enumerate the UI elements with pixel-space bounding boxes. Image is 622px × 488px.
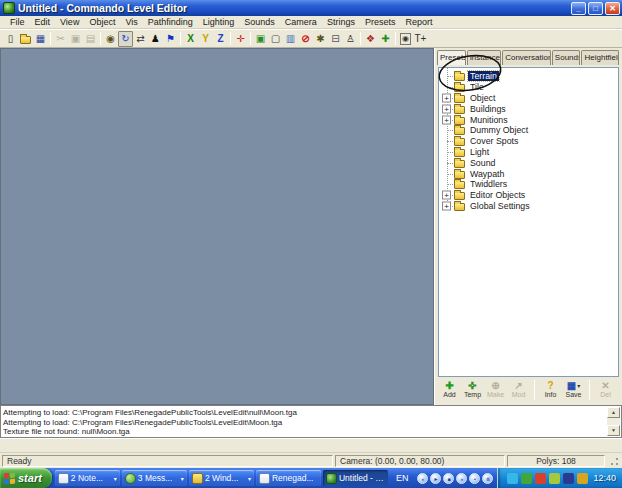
tree-item-tile[interactable]: Tile [439,82,618,93]
new-button[interactable]: ▯ [3,31,18,47]
media-button[interactable]: ► [430,473,441,484]
text-tool-button[interactable]: T+ [413,31,428,47]
level-viewport[interactable] [0,48,434,405]
temp-button[interactable]: ✜Temp [461,380,484,398]
character-button[interactable]: ♙ [343,31,358,47]
tree-item-object[interactable]: +Object [439,93,618,104]
axis-z-button[interactable]: Z [213,31,228,47]
save-button[interactable]: ▦▾Save [562,380,585,398]
media-button[interactable]: « [417,473,428,484]
save-button[interactable]: ▦ [33,31,48,47]
tree-item-waypath[interactable]: Waypath [439,168,618,179]
add-button[interactable]: ✚Add [438,380,461,398]
group-arrow-icon[interactable]: ▾ [114,475,117,482]
log-panel[interactable]: Attempting to load: C:\Program Files\Ren… [0,405,622,438]
expander-icon[interactable]: + [442,93,451,102]
tree-item-buildings[interactable]: +Buildings [439,103,618,114]
tree-item-terrain[interactable]: Terrain [439,71,618,82]
menu-item-report[interactable]: Report [400,17,437,27]
pin-tool-button[interactable]: ✛ [233,31,248,47]
taskbar-task-renegad[interactable]: Renegad... [256,470,321,486]
expander-icon[interactable]: + [442,104,451,113]
menu-item-sounds[interactable]: Sounds [239,17,280,27]
menu-item-object[interactable]: Object [84,17,120,27]
menu-item-vis[interactable]: Vis [120,17,142,27]
group-arrow-icon[interactable]: ▾ [248,475,251,482]
menu-item-strings[interactable]: Strings [322,17,360,27]
menu-item-file[interactable]: File [5,17,30,27]
tray-icon-lime[interactable] [549,473,560,484]
info-button[interactable]: ?Info [539,380,562,398]
vehicle-button[interactable]: ⊟ [328,31,343,47]
tree-item-editor-objects[interactable]: +Editor Objects [439,190,618,201]
taskbar-task-2-note[interactable]: 2 Note...▾ [55,470,120,486]
run-tool-button[interactable]: ♟ [148,31,163,47]
media-button[interactable]: ■ [443,473,454,484]
tree-item-munitions[interactable]: +Munitions [439,114,618,125]
tree-item-dummy-object[interactable]: Dummy Object [439,125,618,136]
visibility-button[interactable]: ◉ [398,31,413,47]
minimize-button[interactable]: _ [571,2,586,15]
cut-button[interactable]: ✂ [53,31,68,47]
flag-tool-button[interactable]: ⚑ [163,31,178,47]
language-indicator[interactable]: EN [391,468,414,488]
menu-item-view[interactable]: View [55,17,84,27]
expander-icon[interactable]: + [442,201,451,210]
open-folder-button[interactable] [18,31,33,47]
start-button[interactable]: start [0,468,52,488]
tree-item-sound[interactable]: Sound [439,157,618,168]
tray-icon-green[interactable] [521,473,532,484]
title-bar[interactable]: Untitled - Commando Level Editor _□✕ [0,0,622,16]
menu-item-pathfinding[interactable]: Pathfinding [143,17,198,27]
group-arrow-icon[interactable]: ▾ [181,475,184,482]
media-button[interactable]: ≣ [482,473,493,484]
tab-conversations[interactable]: Conversations [502,50,551,65]
copy-button[interactable]: ▣ [68,31,83,47]
tab-presets[interactable]: Presets [437,50,466,65]
no-entry-button[interactable]: ⊘ [298,31,313,47]
tray-icon-cyan[interactable] [507,473,518,484]
close-button[interactable]: ✕ [605,2,620,15]
resize-grip[interactable] [607,454,620,467]
tab-instances[interactable]: Instances [467,50,502,65]
media-button[interactable]: » [456,473,467,484]
media-button[interactable]: • [469,473,480,484]
tray-icon-navy[interactable] [563,473,574,484]
taskbar-task-untitled-c[interactable]: Untitled - C... [323,470,388,486]
tray-icon-red[interactable] [535,473,546,484]
diamond-button[interactable]: ❖ [363,31,378,47]
make-button[interactable]: ⊕Make [484,380,507,398]
scroll-up-icon[interactable]: ▲ [607,407,620,418]
tree-item-cover-spots[interactable]: Cover Spots [439,136,618,147]
tree-item-global-settings[interactable]: +Global Settings [439,201,618,212]
tree-item-twiddlers[interactable]: Twiddlers [439,179,618,190]
del-button[interactable]: ✕Del [594,380,617,398]
dropdown-arrow-icon[interactable]: ▾ [577,382,580,389]
taskbar-task-3-mess[interactable]: 3 Mess...▾ [122,470,187,486]
sparkle-button[interactable]: ✱ [313,31,328,47]
menu-item-presets[interactable]: Presets [360,17,401,27]
log-scrollbar[interactable]: ▲ ▼ [607,407,620,436]
paste-button[interactable]: ▤ [83,31,98,47]
tree-item-light[interactable]: Light [439,147,618,158]
tab-sounds[interactable]: Sounds [552,50,581,65]
camera-tool-button[interactable]: ◉ [103,31,118,47]
rotate-tool-button[interactable]: ⇄ [133,31,148,47]
expander-icon[interactable]: + [442,191,451,200]
preset-tree-container[interactable]: TerrainTile+Object+Buildings+MunitionsDu… [438,67,619,377]
maximize-button[interactable]: □ [588,2,603,15]
scroll-down-icon[interactable]: ▼ [607,425,620,436]
axis-x-button[interactable]: X [183,31,198,47]
tray-icon-gold[interactable] [577,473,588,484]
cross-button[interactable]: ✚ [378,31,393,47]
axis-y-button[interactable]: Y [198,31,213,47]
green-window-button[interactable]: ▣ [253,31,268,47]
tray-clock[interactable]: 12:40 [593,473,616,483]
move-tool-button[interactable]: ↻ [118,31,133,47]
taskbar-task-2-wind[interactable]: 2 Wind...▾ [189,470,254,486]
window-button[interactable]: ▢ [268,31,283,47]
expander-icon[interactable]: + [442,115,451,124]
menu-item-lighting[interactable]: Lighting [198,17,240,27]
menu-item-edit[interactable]: Edit [30,17,56,27]
tab-heightfield[interactable]: Heightfield [581,50,619,65]
